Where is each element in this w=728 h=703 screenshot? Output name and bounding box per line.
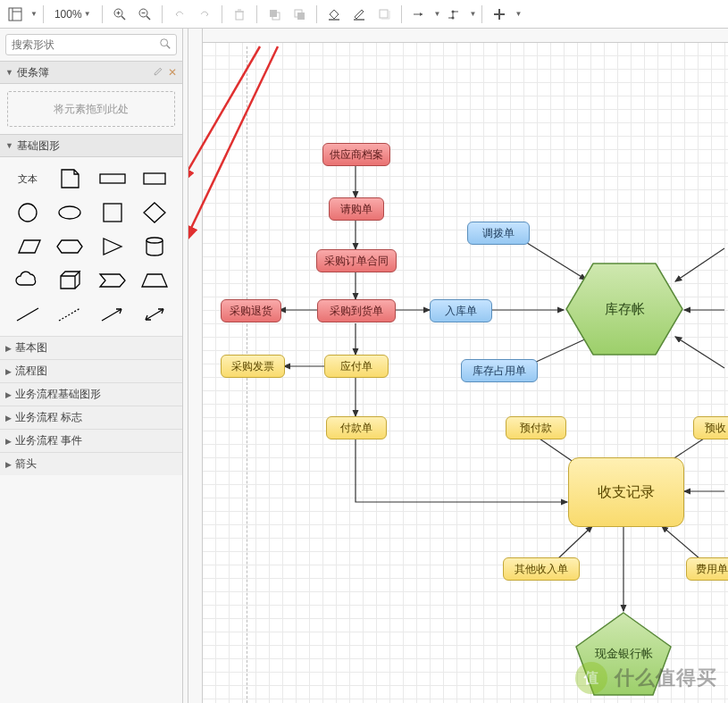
ruler-vertical	[188, 29, 203, 703]
shadow-button[interactable]	[372, 3, 396, 26]
svg-line-35	[102, 309, 121, 321]
svg-rect-28	[144, 173, 165, 184]
node-cash[interactable]: 现金银行帐	[573, 609, 675, 699]
svg-line-8	[146, 16, 150, 20]
svg-point-22	[452, 10, 455, 13]
zoom-out-button[interactable]	[133, 3, 156, 26]
chevron-down-icon: ▼	[84, 10, 91, 18]
diagram-canvas[interactable]: 供应商档案 请购单 采购订单合同 采购到货单 采购退货 入库单 调拨单 库存占用…	[188, 29, 728, 703]
shape-diamond[interactable]	[137, 198, 174, 227]
undo-button[interactable]	[168, 3, 191, 26]
shape-rect[interactable]	[137, 164, 174, 193]
edit-icon[interactable]	[153, 66, 163, 80]
svg-rect-15	[297, 13, 305, 20]
node-transfer[interactable]: 调拨单	[467, 222, 530, 245]
shape-hexagon[interactable]	[52, 232, 89, 261]
node-po[interactable]: 采购订单合同	[316, 249, 397, 272]
insert-caret[interactable]: ▼	[515, 10, 522, 18]
node-invoice[interactable]: 采购发票	[221, 355, 285, 378]
scratchpad-header[interactable]: ▼ 便条簿 ✕	[0, 61, 182, 84]
sidebar: ▼ 便条簿 ✕ 将元素拖到此处 ▼ 基础图形 文本	[0, 29, 183, 703]
shape-text[interactable]: 文本	[9, 164, 46, 193]
shape-note[interactable]	[52, 164, 89, 193]
shape-cube[interactable]	[52, 266, 89, 295]
basic-shapes-header[interactable]: ▼ 基础图形	[0, 134, 182, 157]
node-supplier[interactable]: 供应商档案	[322, 143, 390, 166]
shape-parallelogram[interactable]	[9, 232, 46, 261]
shape-arrow[interactable]	[94, 300, 131, 329]
svg-point-29	[19, 204, 37, 222]
svg-point-30	[59, 206, 80, 219]
shape-double-arrow[interactable]	[137, 300, 174, 329]
waypoints-button[interactable]	[442, 3, 465, 26]
node-prepay[interactable]: 预付款	[506, 416, 566, 439]
svg-line-55	[662, 526, 700, 559]
fill-color-button[interactable]	[322, 3, 346, 26]
to-back-button[interactable]	[288, 3, 311, 26]
basic-shapes-title: 基础图形	[17, 138, 60, 154]
svg-rect-17	[329, 19, 339, 21]
svg-rect-31	[104, 204, 121, 222]
shapes-palette: 文本	[0, 157, 182, 336]
scratchpad-dropzone[interactable]: 将元素拖到此处	[7, 91, 175, 127]
shape-triangle[interactable]	[94, 232, 131, 261]
shape-cloud[interactable]	[9, 266, 46, 295]
shape-square[interactable]	[94, 198, 131, 227]
search-icon[interactable]	[159, 38, 172, 53]
category-bpmn-event[interactable]: ▶业务流程 事件	[0, 429, 182, 452]
scratchpad-hint: 将元素拖到此处	[54, 102, 129, 117]
category-basic[interactable]: ▶基本图	[0, 336, 182, 359]
scratchpad-title: 便条簿	[17, 65, 49, 80]
svg-line-33	[17, 308, 38, 321]
node-io[interactable]: 收支记录	[568, 457, 684, 527]
shape-circle[interactable]	[9, 198, 46, 227]
category-arrow[interactable]: ▶箭头	[0, 452, 182, 475]
ruler-horizontal	[188, 29, 728, 43]
svg-rect-0	[9, 8, 21, 21]
delete-button[interactable]	[228, 3, 251, 26]
node-requisition[interactable]: 请购单	[329, 197, 384, 221]
shape-step[interactable]	[94, 266, 131, 295]
shape-search	[5, 34, 177, 55]
node-reserve[interactable]: 库存占用单	[461, 359, 538, 382]
zoom-dropdown[interactable]: 100% ▼	[49, 3, 96, 26]
node-return[interactable]: 采购退货	[221, 299, 281, 322]
search-input[interactable]	[5, 34, 177, 55]
node-expense[interactable]: 费用单	[686, 557, 728, 581]
svg-rect-27	[100, 174, 125, 183]
svg-rect-10	[236, 12, 243, 20]
layout-caret[interactable]: ▼	[30, 10, 38, 18]
insert-button[interactable]	[488, 3, 511, 26]
svg-rect-19	[380, 10, 388, 18]
redo-button[interactable]	[193, 3, 216, 26]
category-flowchart[interactable]: ▶流程图	[0, 359, 182, 382]
node-stockin[interactable]: 入库单	[430, 299, 492, 322]
connection-button[interactable]	[407, 3, 431, 26]
collapse-icon: ▼	[5, 68, 13, 77]
waypoints-caret[interactable]: ▼	[469, 10, 476, 18]
svg-line-4	[121, 16, 125, 20]
line-color-button[interactable]	[347, 3, 371, 26]
canvas-area[interactable]: 供应商档案 请购单 采购订单合同 采购到货单 采购退货 入库单 调拨单 库存占用…	[188, 29, 728, 703]
shape-ellipse[interactable]	[52, 198, 89, 227]
to-front-button[interactable]	[263, 3, 286, 26]
node-other-income[interactable]: 其他收入单	[503, 557, 580, 581]
shape-trapezoid[interactable]	[137, 266, 174, 295]
shape-line[interactable]	[9, 300, 46, 329]
layout-button[interactable]	[4, 3, 27, 26]
shape-cylinder[interactable]	[137, 232, 174, 261]
close-icon[interactable]: ✕	[168, 66, 177, 79]
svg-rect-13	[270, 10, 277, 17]
category-bpmn-gateway[interactable]: ▶业务流程 标志	[0, 406, 182, 429]
svg-point-21	[452, 16, 455, 19]
node-pay[interactable]: 付款单	[326, 416, 387, 439]
node-inventory[interactable]: 库存帐	[562, 259, 687, 359]
node-prerecv[interactable]: 预收	[693, 416, 728, 439]
category-bpmn-basic[interactable]: ▶业务流程基础图形	[0, 382, 182, 406]
zoom-in-button[interactable]	[108, 3, 131, 26]
shape-rect-wide[interactable]	[94, 164, 131, 193]
connection-caret[interactable]: ▼	[434, 10, 441, 18]
shape-dashed-line[interactable]	[52, 300, 89, 329]
node-receipt[interactable]: 采购到货单	[317, 299, 396, 322]
node-ap[interactable]: 应付单	[324, 355, 389, 378]
